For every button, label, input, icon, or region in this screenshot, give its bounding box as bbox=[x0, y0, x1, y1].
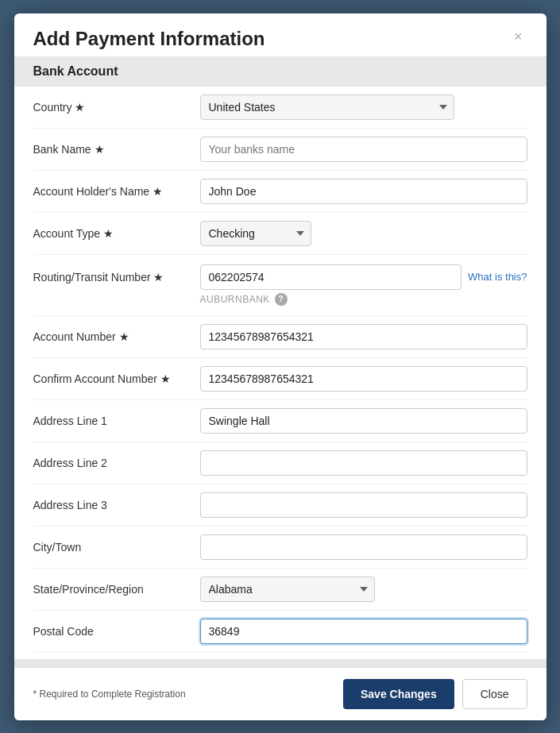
confirm-account-field-row: Confirm Account Number ★ bbox=[33, 358, 527, 400]
city-control-wrap bbox=[200, 534, 527, 560]
address2-field-row: Address Line 2 bbox=[33, 442, 527, 484]
add-payment-modal: Add Payment Information × Bank Account C… bbox=[14, 14, 546, 720]
routing-input[interactable] bbox=[200, 264, 462, 290]
address3-input[interactable] bbox=[200, 492, 527, 518]
address1-control-wrap bbox=[200, 408, 527, 434]
account-holder-input[interactable] bbox=[200, 179, 527, 204]
routing-row: What is this? bbox=[200, 264, 527, 290]
state-control-wrap: Alabama Alaska Arizona bbox=[200, 577, 527, 602]
flex-fields-section-header: Flex Fields bbox=[14, 659, 546, 667]
account-type-select[interactable]: Checking Savings bbox=[200, 221, 311, 246]
confirm-account-input[interactable] bbox=[200, 366, 527, 392]
modal-body: Bank Account Country ★ United States Ban… bbox=[14, 56, 546, 667]
country-field-row: Country ★ United States bbox=[33, 87, 527, 129]
account-number-control-wrap bbox=[200, 324, 527, 349]
account-holder-control-wrap bbox=[200, 179, 527, 204]
postal-field-row: Postal Code bbox=[33, 611, 527, 653]
close-button[interactable]: Close bbox=[462, 679, 527, 709]
bank-account-section-header: Bank Account bbox=[14, 56, 546, 87]
account-holder-label: Account Holder's Name ★ bbox=[33, 185, 200, 198]
country-control-wrap: United States bbox=[200, 95, 527, 120]
what-is-this-link[interactable]: What is this? bbox=[468, 271, 527, 283]
routing-hint: AUBURNBANK ? bbox=[200, 291, 288, 307]
address3-field-row: Address Line 3 bbox=[33, 484, 527, 527]
state-label: State/Province/Region bbox=[33, 583, 200, 596]
footer-buttons: Save Changes Close bbox=[343, 679, 527, 709]
address1-field-row: Address Line 1 bbox=[33, 400, 527, 442]
modal-close-x-button[interactable]: × bbox=[509, 28, 527, 45]
confirm-account-label: Confirm Account Number ★ bbox=[33, 372, 200, 385]
account-type-field-row: Account Type ★ Checking Savings bbox=[33, 213, 527, 255]
confirm-account-control-wrap bbox=[200, 366, 527, 392]
address1-label: Address Line 1 bbox=[33, 415, 200, 427]
bank-name-field-row: Bank Name ★ bbox=[33, 129, 527, 171]
account-type-control-wrap: Checking Savings bbox=[200, 221, 527, 246]
routing-label: Routing/Transit Number ★ bbox=[33, 264, 200, 284]
modal-header: Add Payment Information × bbox=[14, 14, 546, 56]
postal-label: Postal Code bbox=[33, 625, 200, 638]
address2-control-wrap bbox=[200, 450, 527, 476]
account-type-label: Account Type ★ bbox=[33, 227, 200, 240]
address3-control-wrap bbox=[200, 492, 527, 518]
account-holder-field-row: Account Holder's Name ★ bbox=[33, 171, 527, 213]
city-label: City/Town bbox=[33, 541, 200, 554]
account-number-label: Account Number ★ bbox=[33, 330, 200, 343]
address1-input[interactable] bbox=[200, 408, 527, 434]
address2-input[interactable] bbox=[200, 450, 527, 476]
account-number-input[interactable] bbox=[200, 324, 527, 349]
bank-name-input[interactable] bbox=[200, 137, 527, 162]
city-field-row: City/Town bbox=[33, 527, 527, 569]
state-select[interactable]: Alabama Alaska Arizona bbox=[200, 577, 375, 602]
help-icon[interactable]: ? bbox=[275, 293, 288, 306]
address3-label: Address Line 3 bbox=[33, 499, 200, 511]
bank-name-control-wrap bbox=[200, 137, 527, 162]
modal-title: Add Payment Information bbox=[33, 28, 265, 50]
routing-control-wrap: What is this? AUBURNBANK ? bbox=[200, 264, 527, 307]
account-number-field-row: Account Number ★ bbox=[33, 316, 527, 358]
state-field-row: State/Province/Region Alabama Alaska Ari… bbox=[33, 569, 527, 611]
footer-note: * Required to Complete Registration bbox=[33, 689, 186, 700]
country-select[interactable]: United States bbox=[200, 95, 454, 120]
routing-field-row: Routing/Transit Number ★ What is this? A… bbox=[33, 255, 527, 316]
address2-label: Address Line 2 bbox=[33, 457, 200, 469]
postal-control-wrap bbox=[200, 619, 527, 644]
country-label: Country ★ bbox=[33, 101, 200, 114]
city-input[interactable] bbox=[200, 534, 527, 560]
modal-footer: * Required to Complete Registration Save… bbox=[14, 667, 546, 720]
postal-input[interactable] bbox=[200, 619, 527, 644]
bank-name-label: Bank Name ★ bbox=[33, 143, 200, 156]
save-changes-button[interactable]: Save Changes bbox=[343, 679, 454, 709]
